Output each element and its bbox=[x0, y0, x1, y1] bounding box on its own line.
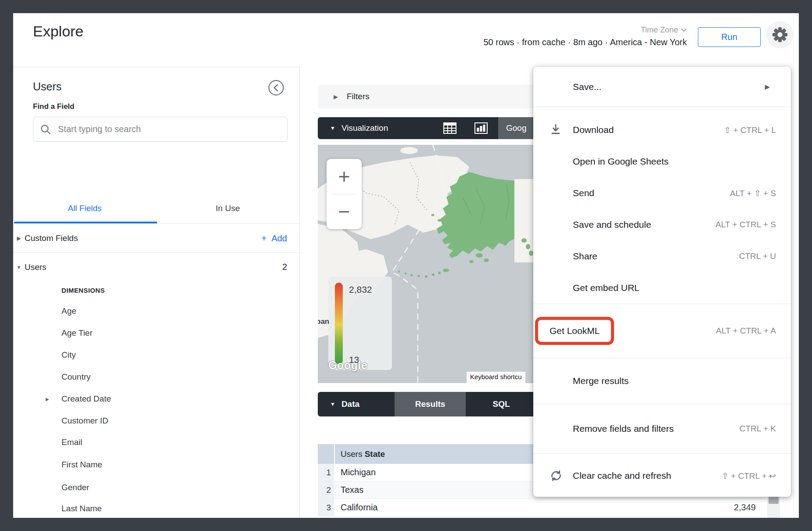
field-email[interactable]: Email bbox=[61, 435, 83, 450]
zoom-in-button[interactable]: + bbox=[327, 159, 362, 194]
collapse-sidebar-button[interactable] bbox=[268, 79, 284, 98]
menu-label: Merge results bbox=[573, 376, 629, 386]
users-group-row[interactable]: ▼ Users 2 bbox=[13, 253, 299, 281]
menu-shortcut: ALT + CTRL + S bbox=[715, 220, 776, 230]
filters-label: Filters bbox=[347, 92, 370, 101]
expand-right-icon: ▶ bbox=[46, 397, 49, 402]
row-number: 1 bbox=[318, 464, 335, 481]
field-last-name[interactable]: Last Name bbox=[61, 501, 102, 516]
menu-shortcut: ALT + CTRL + A bbox=[716, 326, 776, 336]
menu-label: Share bbox=[573, 251, 597, 262]
view-title: Users bbox=[33, 80, 61, 93]
field-search-box[interactable] bbox=[33, 117, 287, 142]
row-number: 2 bbox=[318, 481, 335, 499]
menu-item-get-lookml[interactable]: Get LookML ALT + CTRL + A bbox=[533, 304, 791, 358]
tab-results[interactable]: Results bbox=[395, 392, 466, 416]
field-age[interactable]: Age bbox=[61, 304, 76, 319]
field-country[interactable]: Country bbox=[61, 370, 91, 384]
app-window: Explore 50 rows · from cache · 8m ago · … bbox=[13, 13, 799, 518]
page-title: Explore bbox=[33, 23, 83, 40]
field-picker-sidebar: Users Find a Field All Fields In Use ▶ C… bbox=[13, 67, 300, 518]
field-created-date[interactable]: ▶Created Date bbox=[61, 391, 111, 406]
state-cell[interactable]: California bbox=[335, 499, 766, 516]
expand-right-icon: ▶ bbox=[13, 235, 25, 241]
keyboard-shortcuts-link[interactable]: Keyboard shortcu bbox=[467, 372, 525, 383]
active-tab-underline bbox=[14, 222, 157, 223]
gear-icon bbox=[771, 26, 789, 43]
row-number: 3 bbox=[318, 499, 335, 516]
download-icon bbox=[550, 123, 573, 136]
chevron-down-icon bbox=[681, 28, 687, 32]
zoom-out-button[interactable]: − bbox=[327, 194, 362, 230]
run-button[interactable]: Run bbox=[698, 27, 761, 47]
menu-item-merge-results[interactable]: Merge results bbox=[533, 358, 791, 404]
menu-label: Open in Google Sheets bbox=[573, 156, 668, 167]
menu-item-download[interactable]: Download ⇧ + CTRL + L bbox=[533, 114, 791, 146]
menu-shortcut: ⇧ + CTRL + L bbox=[724, 125, 776, 135]
table-row[interactable]: 3 California bbox=[318, 499, 766, 517]
menu-item-send[interactable]: Send ALT + ⇧ + S bbox=[533, 177, 791, 209]
red-annotation-box: Get LookML bbox=[535, 317, 614, 345]
count-value-cell: 2,349 bbox=[734, 502, 756, 513]
bar-chart-vis-button[interactable] bbox=[469, 117, 493, 139]
add-custom-field-button[interactable]: + Add bbox=[262, 233, 287, 244]
header-field: State bbox=[365, 449, 385, 459]
menu-label: Remove fields and filters bbox=[573, 423, 674, 434]
find-field-label: Find a Field bbox=[33, 102, 74, 111]
settings-gear-button[interactable] bbox=[766, 21, 794, 48]
tab-in-use[interactable]: In Use bbox=[156, 194, 299, 222]
expand-down-icon: ▼ bbox=[13, 265, 25, 270]
add-label: Add bbox=[271, 233, 287, 243]
menu-item-share[interactable]: Share CTRL + U bbox=[533, 240, 791, 272]
menu-shortcut: CTRL + U bbox=[739, 251, 776, 261]
field-age-tier[interactable]: Age Tier bbox=[61, 326, 93, 341]
field-customer-id[interactable]: Customer ID bbox=[61, 413, 108, 428]
visualization-label: Visualization bbox=[341, 123, 388, 133]
tab-sql[interactable]: SQL bbox=[466, 392, 537, 416]
menu-shortcut: ALT + ⇧ + S bbox=[730, 188, 776, 198]
table-vis-button[interactable] bbox=[438, 117, 462, 139]
refresh-icon bbox=[550, 469, 573, 482]
field-gender[interactable]: Gender bbox=[61, 480, 89, 495]
users-group-label: Users bbox=[25, 262, 47, 272]
bar-chart-icon bbox=[474, 122, 488, 134]
fields-in-use-count: 2 bbox=[282, 262, 287, 272]
menu-item-save[interactable]: Save... ▶ bbox=[533, 67, 791, 107]
back-circle-icon bbox=[268, 79, 284, 96]
map-country-label: pan bbox=[318, 317, 329, 326]
tab-all-fields[interactable]: All Fields bbox=[13, 194, 156, 222]
menu-item-open-in-google-sheets[interactable]: Open in Google Sheets bbox=[533, 146, 791, 177]
custom-fields-row[interactable]: ▶ Custom Fields + Add bbox=[13, 224, 299, 253]
query-status: 50 rows · from cache · 8m ago · America … bbox=[484, 37, 687, 47]
map-zoom-control: + − bbox=[327, 159, 362, 229]
header-entity: Users bbox=[341, 449, 363, 459]
collapse-down-icon: ▼ bbox=[330, 125, 335, 131]
menu-item-save-and-schedule[interactable]: Save and schedule ALT + CTRL + S bbox=[533, 209, 791, 240]
timezone-dropdown[interactable]: Time Zone bbox=[641, 25, 687, 35]
table-icon bbox=[443, 122, 456, 134]
gear-dropdown-menu: Save... ▶ Download ⇧ + CTRL + L Open in … bbox=[533, 67, 791, 497]
menu-shortcut: CTRL + K bbox=[740, 424, 776, 434]
menu-shortcut: ⇧ + CTRL + ↩ bbox=[722, 471, 776, 481]
menu-label: Get embed URL bbox=[573, 283, 640, 293]
legend-max-value: 2,832 bbox=[349, 284, 372, 295]
menu-label: Clear cache and refresh bbox=[573, 470, 671, 481]
menu-item-clear-cache-and-refresh[interactable]: Clear cache and refresh ⇧ + CTRL + ↩ bbox=[533, 454, 791, 498]
plus-icon: + bbox=[262, 233, 267, 243]
data-label: Data bbox=[341, 399, 359, 409]
timezone-label: Time Zone bbox=[641, 25, 678, 35]
menu-label: Save and schedule bbox=[573, 219, 651, 230]
menu-item-get-embed-url[interactable]: Get embed URL bbox=[533, 272, 791, 304]
google-logo: Google bbox=[328, 359, 367, 372]
field-tabs: All Fields In Use bbox=[13, 194, 300, 224]
search-input[interactable] bbox=[58, 124, 281, 134]
custom-fields-label: Custom Fields bbox=[25, 233, 78, 243]
field-city[interactable]: City bbox=[61, 348, 76, 362]
color-scale-legend: 2,832 13 bbox=[328, 276, 392, 370]
menu-label: Save... bbox=[573, 82, 601, 92]
row-number-header bbox=[318, 444, 335, 464]
expand-right-icon: ▶ bbox=[330, 93, 341, 100]
menu-item-remove-fields-and-filters[interactable]: Remove fields and filters CTRL + K bbox=[533, 404, 791, 453]
field-first-name[interactable]: First Name bbox=[61, 457, 102, 472]
dimensions-header: DIMENSIONS bbox=[61, 287, 105, 294]
